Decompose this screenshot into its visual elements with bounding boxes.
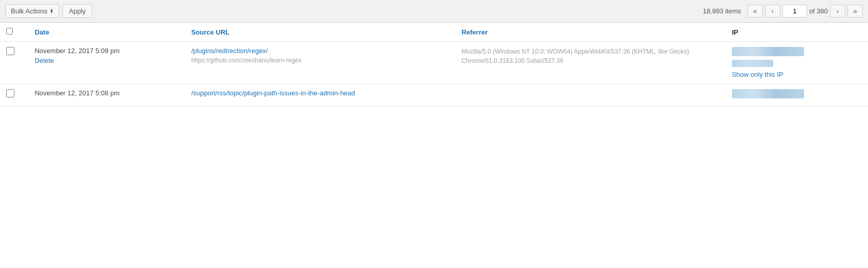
row2-ip-cell: [726, 84, 868, 107]
row1-source-cell: /plugins/redirection/regex/ https://gith…: [185, 42, 456, 84]
table-row: November 12, 2017 5:08 pm /support/rss/t…: [0, 84, 868, 107]
row2-source-cell: /support/rss/topic/plugin-path-issues-in…: [185, 84, 456, 107]
row2-ip-blurred-bar: [732, 89, 804, 98]
row1-date-cell: November 12, 2017 5:09 pm Delete: [28, 42, 185, 84]
prev-page-button[interactable]: ‹: [765, 5, 780, 18]
row1-source-url[interactable]: /plugins/redirection/regex/: [191, 47, 268, 55]
table-row: November 12, 2017 5:09 pm Delete /plugin…: [0, 42, 868, 84]
header-source-url[interactable]: Source URL: [185, 23, 456, 42]
page-of-label: of 380: [809, 7, 828, 15]
row2-date-cell: November 12, 2017 5:08 pm: [28, 84, 185, 107]
header-ip: IP: [726, 23, 868, 42]
row1-ip-blurred-bar: [732, 47, 804, 56]
row1-ip-cell: Show only this IP: [726, 42, 868, 84]
row2-source-url[interactable]: /support/rss/topic/plugin-path-issues-in…: [191, 89, 355, 97]
row1-ip-blurred-bar-small: [732, 60, 773, 67]
row1-checkbox-cell: [0, 42, 28, 84]
log-table: Date Source URL Referrer IP November 12,…: [0, 23, 868, 107]
row1-source-secondary: https://github.com/zeeshanu/learn-regex: [191, 57, 449, 64]
bulk-actions-dropdown[interactable]: Bulk Actions ⬍: [5, 4, 59, 18]
row2-checkbox-cell: [0, 84, 28, 107]
table-header-row: Date Source URL Referrer IP: [0, 23, 868, 42]
row2-checkbox[interactable]: [6, 89, 14, 97]
bulk-actions-label: Bulk Actions: [11, 7, 47, 15]
row2-date: November 12, 2017 5:08 pm: [35, 89, 179, 97]
select-all-checkbox[interactable]: [6, 28, 13, 35]
row1-show-only-link[interactable]: Show only this IP: [732, 71, 862, 78]
row1-referrer: Mozilla/5.0 (Windows NT 10.0; WOW64) App…: [461, 48, 689, 64]
first-page-button[interactable]: «: [747, 5, 763, 18]
items-count: 18,993 items: [703, 7, 741, 15]
page-number-input[interactable]: [782, 5, 807, 18]
pagination: 18,993 items « ‹ of 380 › »: [703, 5, 863, 18]
header-referrer[interactable]: Referrer: [455, 23, 726, 42]
header-date[interactable]: Date: [28, 23, 185, 42]
bulk-actions-arrow-icon: ⬍: [49, 8, 54, 14]
row1-delete-link[interactable]: Delete: [35, 57, 54, 64]
row2-referrer-cell: [455, 84, 726, 107]
row1-date: November 12, 2017 5:09 pm: [35, 47, 179, 55]
next-page-button[interactable]: ›: [830, 5, 845, 18]
row1-checkbox[interactable]: [6, 47, 14, 55]
last-page-button[interactable]: »: [847, 5, 863, 18]
row1-referrer-cell: Mozilla/5.0 (Windows NT 10.0; WOW64) App…: [455, 42, 726, 84]
toolbar: Bulk Actions ⬍ Apply 18,993 items « ‹ of…: [0, 0, 868, 23]
header-checkbox-cell: [0, 23, 28, 42]
apply-button[interactable]: Apply: [62, 4, 93, 18]
